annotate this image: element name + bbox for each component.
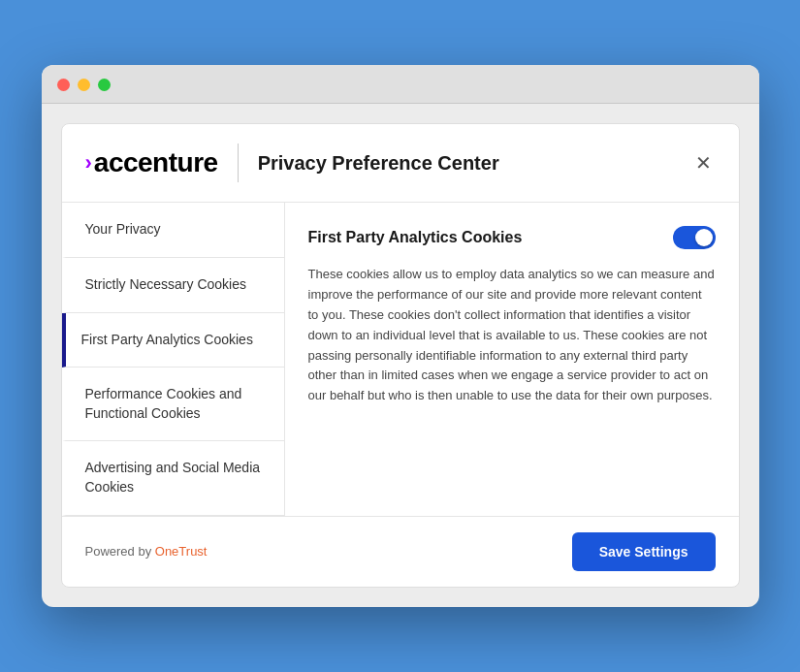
sidebar: Your Privacy Strictly Necessary Cookies … <box>62 203 285 515</box>
header-left: › accenture Privacy Preference Center <box>85 144 499 182</box>
sidebar-item-first-party-analytics[interactable]: First Party Analytics Cookies <box>62 313 284 368</box>
onetrust-link[interactable]: OneTrust <box>155 544 208 559</box>
toggle-container <box>673 226 716 249</box>
sidebar-item-performance-functional[interactable]: Performance Cookies and Functional Cooki… <box>62 368 284 441</box>
sidebar-item-label: Performance Cookies and Functional Cooki… <box>85 386 242 421</box>
modal-body: Your Privacy Strictly Necessary Cookies … <box>62 203 739 515</box>
content-area: First Party Analytics Cookies These cook… <box>285 203 739 515</box>
close-traffic-light[interactable] <box>57 79 70 91</box>
sidebar-item-label: Your Privacy <box>85 221 161 237</box>
sidebar-item-label: Strictly Necessary Cookies <box>85 276 247 292</box>
cookie-section-title: First Party Analytics Cookies <box>308 226 716 249</box>
cookie-toggle[interactable] <box>673 226 716 249</box>
cookie-description: These cookies allow us to employ data an… <box>308 265 716 406</box>
close-button[interactable]: ✕ <box>691 149 716 176</box>
sidebar-item-your-privacy[interactable]: Your Privacy <box>62 203 284 258</box>
minimize-traffic-light[interactable] <box>78 79 90 91</box>
traffic-lights <box>57 79 111 91</box>
sidebar-item-label: Advertising and Social Media Cookies <box>85 460 261 495</box>
save-settings-button[interactable]: Save Settings <box>572 532 716 571</box>
logo-text: accenture <box>94 147 218 178</box>
cookie-title-text: First Party Analytics Cookies <box>308 229 523 246</box>
modal-header: › accenture Privacy Preference Center ✕ <box>62 124 739 203</box>
sidebar-item-strictly-necessary[interactable]: Strictly Necessary Cookies <box>62 258 284 313</box>
powered-by-label: Powered by <box>85 544 155 559</box>
header-divider <box>238 144 239 182</box>
logo-chevron-icon: › <box>85 150 92 176</box>
sidebar-item-advertising-social[interactable]: Advertising and Social Media Cookies <box>62 441 284 515</box>
modal-footer: Powered by OneTrust Save Settings <box>62 516 739 587</box>
modal-content: › accenture Privacy Preference Center ✕ … <box>61 123 740 587</box>
maximize-traffic-light[interactable] <box>98 79 111 91</box>
title-bar <box>42 65 759 104</box>
accenture-logo: › accenture <box>85 147 218 178</box>
sidebar-item-label: First Party Analytics Cookies <box>81 332 253 347</box>
modal-window: › accenture Privacy Preference Center ✕ … <box>42 65 759 606</box>
modal-title: Privacy Preference Center <box>258 152 499 175</box>
powered-by: Powered by OneTrust <box>85 544 208 559</box>
